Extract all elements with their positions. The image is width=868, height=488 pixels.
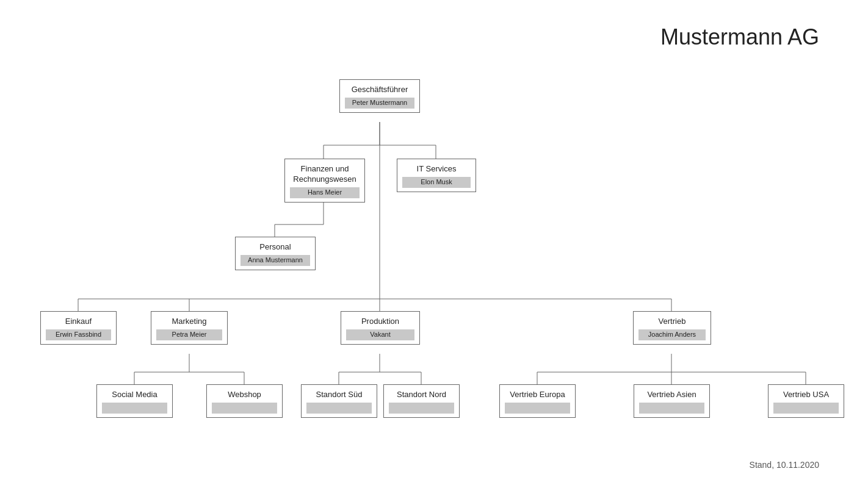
page-title: Mustermann AG: [660, 24, 819, 50]
social-media-node: Social Media: [96, 384, 173, 418]
vertrieb-asien-node: Vertrieb Asien: [634, 384, 710, 418]
finance-node: Finanzen und Rechnungswesen Hans Meier: [284, 159, 365, 203]
personal-node: Personal Anna Mustermann: [235, 237, 316, 270]
ceo-node: Geschäftsführer Peter Mustermann: [339, 79, 420, 113]
date-label: Stand, 10.11.2020: [750, 460, 819, 470]
standort-nord-node: Standort Nord: [383, 384, 460, 418]
vertrieb-europa-node: Vertrieb Europa: [499, 384, 576, 418]
vertrieb-usa-node: Vertrieb USA: [768, 384, 844, 418]
vertrieb-node: Vertrieb Joachim Anders: [633, 311, 711, 345]
it-node: IT Services Elon Musk: [397, 159, 476, 192]
webshop-node: Webshop: [206, 384, 283, 418]
einkauf-node: Einkauf Erwin Fassbind: [40, 311, 117, 345]
produktion-node: Produktion Vakant: [341, 311, 420, 345]
marketing-node: Marketing Petra Meier: [151, 311, 228, 345]
standort-sued-node: Standort Süd: [301, 384, 377, 418]
